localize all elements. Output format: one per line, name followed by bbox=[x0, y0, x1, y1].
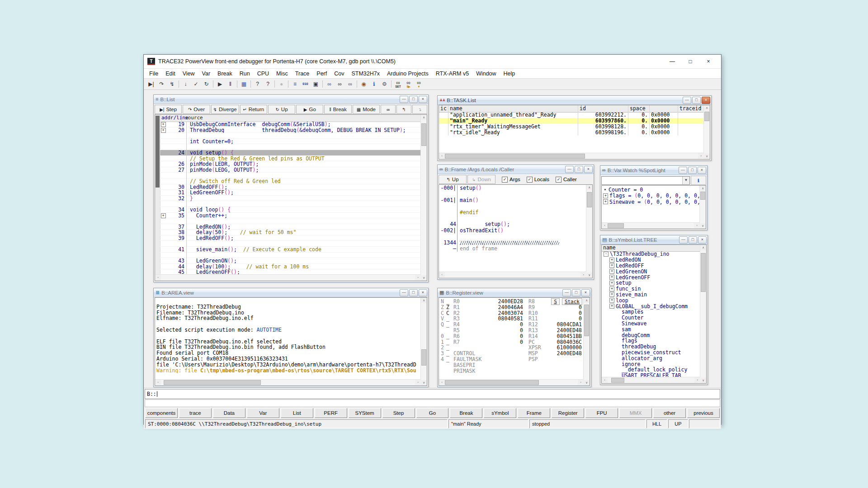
expand-icon[interactable]: + bbox=[609, 275, 614, 280]
task-row[interactable]: "rtx_timer"‿WaitingMessageGet603998128.0… bbox=[439, 124, 704, 130]
softkey-step[interactable]: Step bbox=[382, 408, 415, 418]
frame-row[interactable] bbox=[439, 191, 586, 197]
frame-row[interactable] bbox=[439, 203, 586, 209]
horizontal-scrollbar[interactable]: ‹› bbox=[439, 153, 704, 159]
scroll-down-icon[interactable]: ∨ bbox=[586, 272, 592, 278]
softkey-data[interactable]: Data bbox=[213, 408, 245, 418]
expand-icon[interactable]: + bbox=[609, 304, 614, 309]
scroll-right-icon[interactable]: › bbox=[698, 153, 704, 159]
menu-misc[interactable]: Misc bbox=[273, 70, 292, 78]
spotlight-info-button[interactable]: ℹ bbox=[691, 176, 706, 185]
vertical-scrollbar[interactable]: ∧∨ bbox=[420, 298, 427, 385]
symbol-tree-item[interactable]: ignore bbox=[602, 361, 700, 367]
task-column-ic[interactable]: ic bbox=[439, 105, 448, 112]
command-line-input[interactable]: B:: bbox=[145, 389, 720, 399]
scroll-up-icon[interactable]: ∧ bbox=[421, 298, 427, 303]
symbol-tree-item[interactable]: debugComm bbox=[602, 332, 700, 338]
register-stack-button[interactable]: Stack bbox=[562, 298, 582, 305]
softkey-var[interactable]: Var bbox=[247, 408, 279, 418]
task-column-name[interactable]: name bbox=[448, 105, 578, 112]
source-line[interactable]: 24void setup() { bbox=[160, 150, 421, 156]
symbol-tree-item[interactable]: +LedRedON bbox=[602, 257, 700, 263]
menu-view[interactable]: View bbox=[179, 70, 198, 78]
symbol-tree-item[interactable]: +loop bbox=[602, 297, 700, 303]
scroll-left-icon[interactable]: ‹ bbox=[155, 380, 161, 385]
source-line[interactable]: 27pinMode(LEDG, OUTPUT); bbox=[160, 167, 421, 173]
watch-add-button[interactable]: ∞ bbox=[324, 80, 335, 89]
softkey-mmx[interactable]: MMX bbox=[619, 408, 652, 418]
minimize-button[interactable]: — bbox=[663, 55, 681, 68]
source-line[interactable]: +20ThreadDebug threadDebug(&debugComm, D… bbox=[160, 127, 421, 133]
task-column-blank[interactable] bbox=[650, 105, 678, 112]
child-minimize-button[interactable]: — bbox=[562, 289, 571, 296]
softkey-frame[interactable]: Frame bbox=[518, 408, 550, 418]
source-line[interactable]: 38 delay(50); // wait for 50 ms" bbox=[160, 230, 421, 235]
go-button[interactable]: ▶ bbox=[215, 80, 225, 89]
return-button[interactable]: ↵Return bbox=[240, 105, 267, 114]
source-line[interactable] bbox=[160, 133, 421, 139]
softkey-perf[interactable]: PERF bbox=[315, 408, 347, 418]
frame-row[interactable]: 1344 bbox=[439, 240, 586, 246]
source-line[interactable]: 44 delay(100); // wait for a 100 ms bbox=[160, 264, 421, 270]
watch-item[interactable]: +Sinewave = (0, 0, 0, 0, 0, 0, bbox=[603, 199, 700, 205]
go-till-button[interactable]: ✓ bbox=[191, 80, 201, 89]
child-close-button[interactable]: × bbox=[584, 166, 593, 173]
close-button[interactable]: × bbox=[699, 55, 717, 68]
context-help-button[interactable]: ? bbox=[263, 80, 273, 89]
child-maximize-button[interactable]: □ bbox=[692, 97, 701, 104]
child-maximize-button[interactable]: □ bbox=[688, 167, 697, 174]
expand-icon[interactable]: + bbox=[161, 122, 166, 127]
scroll-thumb[interactable] bbox=[704, 112, 709, 121]
source-line[interactable]: 37 LedRedON(); bbox=[160, 224, 421, 230]
source-line[interactable] bbox=[160, 218, 421, 224]
step-into-button[interactable]: ▶| bbox=[146, 80, 156, 89]
scroll-thumb[interactable] bbox=[421, 123, 426, 146]
checkbox-caller[interactable]: ✓Caller bbox=[556, 177, 577, 183]
maximize-button[interactable]: □ bbox=[681, 55, 699, 68]
symbol-tree-item[interactable]: +GLOBAL__sub_I_debugComm bbox=[602, 303, 700, 309]
child-maximize-button[interactable]: □ bbox=[409, 96, 418, 103]
register-row[interactable]: BASEPRI bbox=[441, 362, 584, 368]
task-column-space[interactable]: space bbox=[628, 105, 650, 112]
source-line[interactable]: 26pinMode(LEDR, OUTPUT); bbox=[160, 161, 421, 167]
menu-run[interactable]: Run bbox=[236, 70, 254, 78]
expand-icon[interactable]: - bbox=[604, 252, 609, 257]
frame-down-button[interactable]: ↳Down bbox=[467, 175, 495, 184]
vertical-scrollbar[interactable]: ∧∨ bbox=[420, 115, 427, 281]
expand-icon[interactable]: + bbox=[609, 292, 614, 297]
child-close-button[interactable]: × bbox=[419, 96, 427, 103]
softkey-register[interactable]: Register bbox=[552, 408, 584, 418]
frame-row[interactable]: #endif bbox=[439, 210, 586, 216]
glasses-break-button[interactable]: ∞‖▶ bbox=[403, 80, 414, 89]
source-line[interactable]: 32} bbox=[160, 196, 421, 202]
scroll-up-icon[interactable]: ∧ bbox=[584, 298, 590, 303]
frame-row[interactable] bbox=[439, 216, 586, 221]
scroll-right-icon[interactable]: › bbox=[580, 272, 586, 277]
menu-cpu[interactable]: CPU bbox=[254, 70, 273, 78]
scroll-right-icon[interactable]: › bbox=[578, 380, 584, 385]
symbol-tree-item[interactable]: samples bbox=[602, 309, 700, 315]
checkbox-locals[interactable]: ✓Locals bbox=[527, 177, 549, 183]
view-glasses-button[interactable]: ∞ bbox=[381, 105, 396, 114]
break-button[interactable]: ‖Break bbox=[324, 105, 351, 114]
vertical-scrollbar[interactable]: ∧∨ bbox=[703, 105, 710, 159]
expand-icon[interactable]: + bbox=[161, 128, 166, 133]
symbol-tree-item[interactable]: Counter bbox=[602, 315, 700, 321]
source-line[interactable]: 41 sieve_main(); // Execute C example co… bbox=[160, 247, 421, 253]
frame-row[interactable]: —end of frame bbox=[439, 246, 586, 252]
step-out-button[interactable]: ↓ bbox=[180, 80, 191, 89]
menu-arduino-projects[interactable]: Arduino Projects bbox=[383, 70, 432, 78]
task-column-id[interactable]: id bbox=[578, 105, 628, 112]
scroll-thumb[interactable] bbox=[421, 349, 426, 366]
source-line[interactable] bbox=[160, 241, 421, 247]
menu-edit[interactable]: Edit bbox=[162, 70, 179, 78]
symbol-tree-item[interactable]: allocator_arg bbox=[602, 355, 700, 361]
up-button[interactable]: ↻Up bbox=[268, 105, 295, 114]
scroll-down-icon[interactable]: ∨ bbox=[421, 380, 427, 385]
child-close-button[interactable]: × bbox=[581, 289, 590, 296]
watch-expression-combobox[interactable]: ▼ bbox=[601, 176, 690, 185]
watch-locals-button[interactable]: ∞ bbox=[345, 80, 355, 89]
watch-item[interactable]: Counter = 0 bbox=[603, 187, 700, 193]
symbol-tree-item[interactable]: +func_sin bbox=[602, 286, 700, 292]
frame-row[interactable]: -000|setup() bbox=[439, 185, 586, 191]
